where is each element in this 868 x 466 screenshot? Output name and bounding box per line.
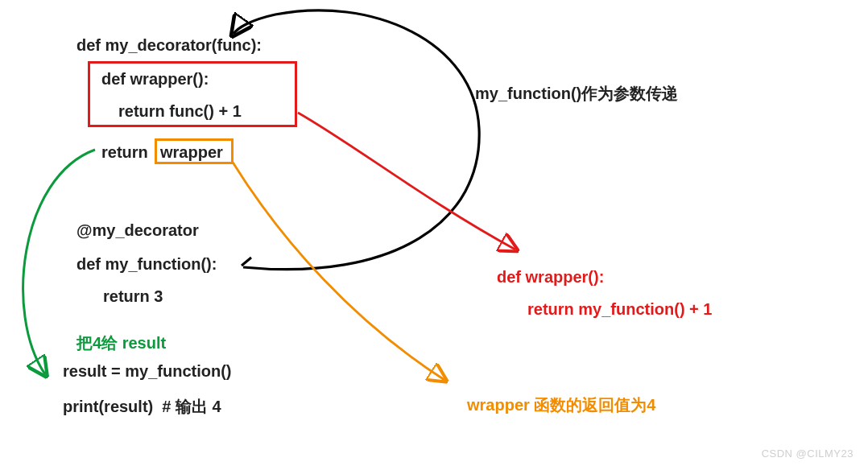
annotation-result-label: 把4给 result [76, 332, 166, 354]
orange-box-wrapper [155, 138, 234, 164]
code-line-6: def my_function(): [76, 255, 217, 274]
watermark: CSDN @CILMY23 [762, 447, 854, 460]
annotation-wrapper-return: return my_function() + 1 [527, 300, 712, 319]
code-line-5: @my_decorator [76, 221, 199, 240]
code-line-1: def my_decorator(func): [76, 36, 262, 55]
black-arrow-spur [242, 258, 251, 266]
annotation-bottom-right: wrapper 函数的返回值为4 [467, 394, 655, 416]
red-arrow [298, 113, 515, 249]
orange-arrow [232, 161, 444, 380]
red-box-wrapper [88, 61, 297, 127]
black-loop-arrow [234, 10, 479, 270]
code-line-10: print(result) # 输出 4 [63, 396, 221, 418]
code-line-9: result = my_function() [63, 362, 231, 381]
code-line-4a: return [101, 143, 152, 162]
annotation-top-right: my_function()作为参数传递 [475, 83, 678, 105]
annotation-wrapper-def: def wrapper(): [497, 268, 604, 287]
code-line-7: return 3 [103, 287, 163, 306]
